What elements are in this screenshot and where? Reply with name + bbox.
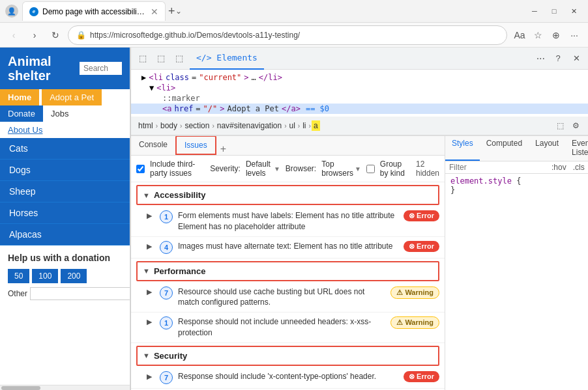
- accessibility-section-header[interactable]: ▼ Accessibility: [136, 185, 439, 205]
- breadcrumb-body[interactable]: body: [158, 120, 179, 131]
- styles-content: element.style { }: [445, 174, 588, 197]
- issue-count-4: 1: [160, 316, 173, 329]
- active-tab[interactable]: e Demo page with accessibility iss... ✕: [22, 1, 166, 21]
- devtools-settings-icon[interactable]: ⚙: [568, 118, 583, 133]
- url-bar[interactable]: 🔒 https://microsoftedge.github.io/Demos/…: [68, 25, 507, 45]
- devtools-help-icon[interactable]: ?: [550, 51, 566, 66]
- issue-expand-2[interactable]: ▶: [147, 242, 152, 251]
- breadcrumb-ul[interactable]: ul: [287, 120, 297, 131]
- issue-badge-2: ⊗ Error: [404, 241, 439, 252]
- donation-amount-200[interactable]: 200: [61, 269, 87, 283]
- styles-tab-layout[interactable]: Layout: [529, 136, 565, 161]
- code-line-2[interactable]: ▼ <li>: [131, 83, 588, 93]
- issue-row-form-labels: ▶ 1 Form elements must have labels: Elem…: [131, 206, 445, 237]
- severity-dropdown[interactable]: Default levels ▼: [246, 160, 280, 178]
- breadcrumb-html[interactable]: html: [136, 120, 155, 131]
- styles-tab-computed[interactable]: Computed: [480, 136, 529, 161]
- issue-count-1: 1: [160, 210, 173, 223]
- favorites-icon[interactable]: ☆: [529, 27, 546, 44]
- devtools-more-icon[interactable]: ···: [534, 53, 548, 64]
- devtools-split-icon[interactable]: ⬚: [171, 51, 187, 66]
- styles-subtabs: Styles Computed Layout Event Listeners: [445, 136, 588, 161]
- forward-button[interactable]: ›: [26, 27, 43, 44]
- issue-text-2: Images must have alternate text: Element…: [178, 241, 398, 252]
- subtab-console[interactable]: Console: [131, 136, 175, 155]
- address-bar: ‹ › ↻ 🔒 https://microsoftedge.github.io/…: [0, 23, 588, 48]
- issue-row-img-alt: ▶ 4 Images must have alternate text: Ele…: [131, 237, 445, 258]
- tab-dropdown-button[interactable]: ⌄: [175, 7, 182, 16]
- subtab-add-button[interactable]: +: [216, 143, 230, 155]
- new-tab-button[interactable]: +: [168, 5, 175, 18]
- collections-icon[interactable]: ⊕: [548, 27, 565, 44]
- include-third-party-label: Include third-party issues: [150, 160, 205, 178]
- styles-tab-styles[interactable]: Styles: [445, 136, 480, 161]
- security-section-label: Security: [154, 351, 187, 361]
- search-input[interactable]: [80, 62, 122, 75]
- animal-list: Cats Dogs Sheep Horses Alpacas: [0, 138, 130, 245]
- browser-toolbar-icons: Aa ☆ ⊕ ···: [511, 27, 583, 44]
- security-section-header[interactable]: ▼ Security: [136, 346, 439, 366]
- code-line-3[interactable]: ::marker: [131, 93, 588, 104]
- donation-other: Other: [8, 287, 122, 300]
- nav-donate-button[interactable]: Donate: [0, 105, 43, 122]
- subtab-issues[interactable]: Issues: [175, 136, 216, 155]
- issue-expand-5[interactable]: ▶: [147, 372, 152, 381]
- issue-text-4: Response should not include unneeded hea…: [178, 316, 385, 339]
- devtools-close-icon[interactable]: ✕: [568, 51, 584, 66]
- donation-amount-50[interactable]: 50: [8, 269, 29, 283]
- back-button[interactable]: ‹: [5, 27, 22, 44]
- nav-about-link[interactable]: About Us: [0, 122, 50, 138]
- browser-dropdown[interactable]: Top browsers ▼: [321, 160, 361, 178]
- devtools-device-icon[interactable]: ⬚: [153, 51, 169, 66]
- refresh-button[interactable]: ↻: [47, 27, 64, 44]
- styles-cls-button[interactable]: .cls: [571, 163, 587, 172]
- animal-item-cats[interactable]: Cats: [0, 138, 130, 160]
- nav-jobs-button[interactable]: Jobs: [43, 105, 76, 122]
- tab-close-button[interactable]: ✕: [151, 7, 158, 16]
- code-line-1[interactable]: ▶ <li class="current" > … </li>: [131, 72, 588, 83]
- devtools-copy-icon[interactable]: ⬚: [553, 118, 567, 133]
- include-third-party-checkbox[interactable]: [136, 165, 145, 173]
- nav-row1: Home Adopt a Pet: [0, 89, 130, 105]
- maximize-button[interactable]: □: [545, 5, 563, 18]
- breadcrumb-nav[interactable]: nav#sitenavigation: [215, 120, 284, 131]
- animal-item-horses[interactable]: Horses: [0, 202, 130, 224]
- horizontal-scrollbar[interactable]: [0, 385, 130, 390]
- donation-other-label: Other: [8, 289, 27, 298]
- breadcrumb-a[interactable]: a: [312, 120, 320, 131]
- devtools-right-panel: Styles Computed Layout Event Listeners :…: [445, 136, 588, 390]
- code-line-4-selected[interactable]: <a href="/" > Adopt a Pet </a> == $0: [131, 104, 588, 114]
- minimize-button[interactable]: ─: [525, 5, 544, 18]
- donation-other-input[interactable]: [30, 287, 130, 300]
- nav-adopt-button[interactable]: Adopt a Pet: [42, 89, 102, 105]
- nav-home-button[interactable]: Home: [0, 89, 39, 105]
- read-aloud-icon[interactable]: Aa: [511, 27, 528, 44]
- close-button[interactable]: ✕: [565, 5, 583, 18]
- issues-panel: ▼ Accessibility ▶ 1 Form elements must h…: [131, 182, 445, 390]
- styles-hov-button[interactable]: :hov: [550, 163, 568, 172]
- devtools-tab-elements[interactable]: </> Elements: [190, 48, 264, 70]
- issue-badge-4: ⚠ Warning: [390, 316, 439, 329]
- breadcrumb-li[interactable]: li: [301, 120, 308, 131]
- nav-row3: About Us: [0, 122, 130, 138]
- devtools-inspect-icon[interactable]: ⬚: [135, 51, 151, 66]
- more-tools-icon[interactable]: ···: [566, 27, 583, 44]
- styles-filter-input[interactable]: [449, 163, 547, 172]
- animal-item-alpacas[interactable]: Alpacas: [0, 224, 130, 245]
- performance-section-header[interactable]: ▼ Performance: [136, 261, 439, 281]
- accessibility-section-label: Accessibility: [154, 190, 206, 200]
- devtools-main-area: Console Issues + Include third-party iss…: [131, 136, 588, 390]
- breadcrumb-section[interactable]: section: [183, 120, 211, 131]
- issue-row-cache-busting: ▶ 7 Resource should use cache busting bu…: [131, 283, 445, 313]
- website-sidebar: Animal shelter Home Adopt a Pet Donate J…: [0, 48, 130, 390]
- performance-expand-arrow: ▼: [143, 267, 150, 275]
- donation-amount-100[interactable]: 100: [32, 269, 58, 283]
- animal-item-sheep[interactable]: Sheep: [0, 181, 130, 202]
- issue-expand-1[interactable]: ▶: [147, 212, 152, 220]
- group-by-kind-checkbox[interactable]: [366, 165, 375, 173]
- styles-tab-event-listeners[interactable]: Event Listeners: [565, 136, 588, 161]
- issue-expand-4[interactable]: ▶: [147, 318, 152, 326]
- issue-row-xss-header: ▶ 1 Response should not include unneeded…: [131, 313, 445, 343]
- animal-item-dogs[interactable]: Dogs: [0, 160, 130, 181]
- issue-expand-3[interactable]: ▶: [147, 288, 152, 296]
